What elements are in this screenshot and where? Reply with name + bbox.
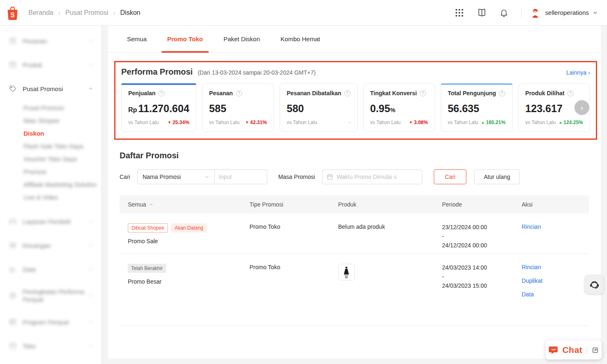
rincian-link[interactable]: Rincian (522, 223, 589, 230)
stat-card-penjualan[interactable]: Penjualan ? Rp11.270.604 vs Tahun Lalu ▼… (121, 83, 196, 132)
help-icon[interactable]: ? (344, 90, 351, 96)
stat-value: 580 (287, 103, 350, 115)
period-input[interactable] (336, 174, 418, 180)
lainnya-link[interactable]: Lainnya › (566, 69, 590, 76)
data-link[interactable]: Data (522, 291, 589, 298)
chat-divider (587, 346, 587, 354)
sidebar-item-toko[interactable]: Toko (0, 334, 101, 358)
guide-book-icon[interactable] (473, 5, 490, 21)
down-triangle-icon: ▼ (409, 120, 413, 124)
unit-suffix: % (390, 107, 395, 113)
avatar (529, 7, 541, 19)
sidebar-item-data[interactable]: Data (0, 257, 101, 281)
down-triangle-icon: ▼ (245, 120, 249, 124)
shopee-bag-icon: S (6, 5, 19, 21)
promo-type-tabs: Semua Promo Toko Paket Diskon Kombo Hema… (108, 26, 601, 53)
sidebar-item-label: Produk (23, 61, 42, 69)
help-icon[interactable]: ? (499, 90, 505, 96)
seller-program-icon (9, 318, 16, 326)
search-input[interactable] (215, 169, 267, 184)
breadcrumb-home[interactable]: Beranda (28, 9, 54, 16)
username: selleroperations (545, 9, 589, 16)
support-feedback-button[interactable] (585, 275, 604, 294)
sidebar-item-pesanan[interactable]: Pesanan (0, 29, 101, 53)
customer-service-icon (9, 218, 16, 225)
chevron-down-icon (88, 38, 93, 43)
sidebar-item-layanan-pembeli[interactable]: Layanan Pembeli (0, 209, 101, 233)
sidebar-subitem-live-video[interactable]: Live & Video (0, 191, 101, 204)
chevron-down-icon (88, 293, 93, 298)
help-icon[interactable]: ? (236, 90, 242, 96)
change-indicator: ▼42.31% (245, 120, 267, 125)
caret-up-icon[interactable] (149, 202, 153, 207)
chevron-down-icon (88, 243, 93, 248)
search-type-select[interactable]: Nama Promosi (137, 169, 215, 184)
tab-semua[interactable]: Semua (127, 26, 147, 53)
help-icon[interactable]: ? (158, 90, 165, 96)
notifications-bell-icon[interactable] (496, 5, 512, 21)
duplikat-link[interactable]: Duplikat (522, 277, 589, 284)
stat-label: Total Pengunjung (448, 90, 496, 96)
user-menu[interactable]: selleroperations (529, 7, 598, 19)
shopee-logo[interactable]: S (6, 5, 19, 21)
sidebar-subitem-affiliate[interactable]: Affiliate Marketing Solution (0, 178, 101, 191)
atur-ulang-button[interactable]: Atur ulang (474, 169, 520, 184)
sidebar-item-pusat-promosi[interactable]: Pusat Promosi (0, 77, 101, 101)
tab-promo-toko[interactable]: Promo Toko (167, 26, 203, 53)
breadcrumb-pusat-promosi[interactable]: Pusat Promosi (66, 9, 108, 16)
tab-paket-diskon[interactable]: Paket Diskon (224, 26, 260, 53)
stat-card-pesanan[interactable]: Pesanan ? 585 vs Tahun Lalu ▼42.31% (202, 83, 274, 132)
chat-widget[interactable]: Chat (546, 341, 602, 359)
sidebar-item-produk[interactable]: Produk (0, 53, 101, 77)
product-thumbnail[interactable] (338, 264, 355, 280)
tab-kombo-hemat[interactable]: Kombo Hemat (280, 26, 320, 53)
header-divider (521, 8, 522, 18)
period-cell: 24/03/2023 14:00 - 24/03/2023 15:00 (442, 264, 522, 290)
sidebar-item-label: Program Penjual (23, 318, 69, 326)
promo-table: Semua Tipe Promosi Produk Periode Aksi D… (120, 195, 589, 326)
sidebar-item-keuangan[interactable]: Keuangan (0, 233, 101, 257)
help-icon[interactable]: ? (567, 90, 574, 96)
period-date-picker[interactable] (322, 169, 422, 184)
breadcrumb-separator: › (59, 9, 61, 16)
calendar-icon (327, 174, 333, 180)
sidebar-subitem-promosi[interactable]: Promosi (0, 165, 101, 178)
table-row: Dibuat Shopee Akan Datang Promo Sale Pro… (120, 214, 589, 254)
sidebar-subitem-flash-sale[interactable]: Flash Sale Toko Saya (0, 140, 101, 153)
stat-card-total-pengunjung[interactable]: Total Pengunjung ? 56.635 vs Tahun Lalu … (441, 83, 513, 132)
carousel-next-button[interactable]: › (574, 100, 589, 115)
change-indicator: ▲165.21% (481, 120, 506, 125)
sidebar-subitem-iklan-shopee[interactable]: Iklan Shopee (0, 114, 101, 127)
change-indicator: ▼3.08% (409, 120, 428, 125)
top-header: S Beranda › Pusat Promosi › Diskon (0, 0, 607, 26)
up-triangle-icon: ▲ (559, 120, 562, 124)
rincian-link[interactable]: Rincian (522, 264, 589, 270)
apps-grid-icon[interactable] (451, 5, 468, 21)
vs-label: vs Tahun Lalu (448, 120, 478, 125)
promo-type: Promo Toko (249, 223, 338, 230)
column-semua[interactable]: Semua (128, 201, 146, 208)
performa-promosi-section: Performa Promosi (Dari 13-03-2024 sampai… (114, 61, 597, 140)
stat-card-pesanan-dibatalkan[interactable]: Pesanan Dibatalkan ? 580 vs Tahun Lalu - (280, 83, 357, 132)
stat-card-tingkat-konversi[interactable]: Tingkat Konversi ? 0.95% vs Tahun Lalu ▼… (363, 83, 435, 132)
expand-chat-icon[interactable] (592, 347, 599, 354)
filter-bar: Cari Nama Promosi Masa Promosi Cari Atur… (108, 169, 601, 184)
breadcrumb: Beranda › Pusat Promosi › Diskon (28, 9, 140, 16)
stat-label: Produk Dilihat (525, 90, 565, 96)
table-row: Telah Berakhir Promo Besar Promo Toko (120, 254, 589, 326)
value-number: 11.270.604 (138, 103, 189, 114)
sidebar-subitem-pusat-promosi[interactable]: Pusat Promosi (0, 101, 101, 114)
stat-value: 585 (209, 103, 267, 115)
chevron-down-icon (88, 219, 93, 224)
sidebar-item-peningkatan-performa[interactable]: Peningkatan Performa Penjual (0, 281, 101, 310)
sidebar-item-program-penjual[interactable]: Program Penjual (0, 310, 101, 334)
sidebar-subitem-voucher[interactable]: Voucher Toko Saya (0, 153, 101, 165)
down-triangle-icon: ▼ (167, 120, 171, 124)
cari-label: Cari (120, 174, 130, 180)
cari-button[interactable]: Cari (434, 169, 466, 184)
help-icon[interactable]: ? (420, 90, 426, 96)
change-value: 42.31% (250, 120, 267, 125)
sidebar-subitem-diskon[interactable]: Diskon (0, 127, 101, 140)
sidebar-group-label: Pusat Promosi (23, 85, 63, 93)
chevron-down-icon (88, 267, 93, 272)
